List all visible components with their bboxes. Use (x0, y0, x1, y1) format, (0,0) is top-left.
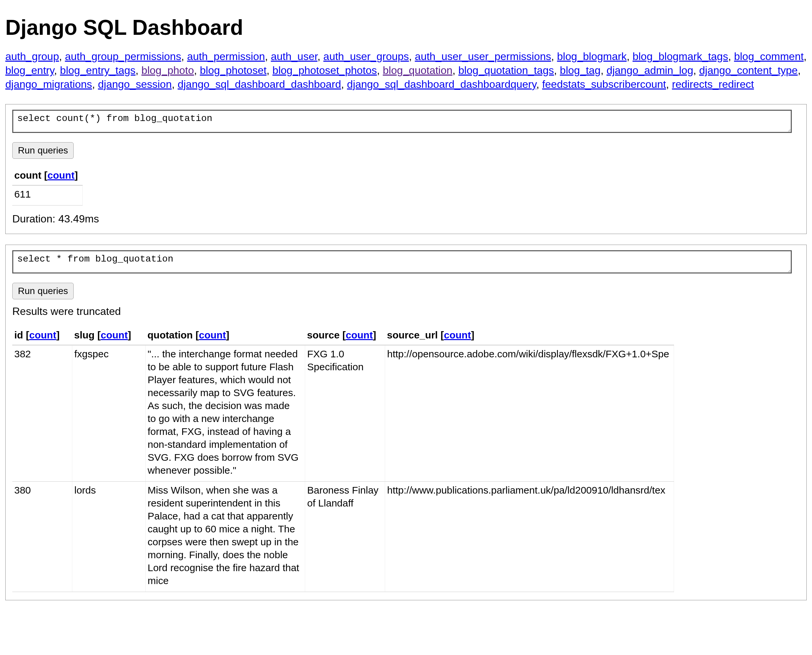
count-link[interactable]: count (29, 329, 56, 340)
count-link[interactable]: count (199, 329, 226, 340)
table-link-auth_group_permissions[interactable]: auth_group_permissions (65, 51, 181, 62)
query-panel-2: Run queries Results were truncated id [c… (5, 244, 807, 600)
table-link-auth_group[interactable]: auth_group (5, 51, 59, 62)
cell-count-value: 611 (12, 185, 83, 206)
column-header-source: source [count] (305, 326, 385, 345)
table-link-auth_user_user_permissions[interactable]: auth_user_user_permissions (415, 51, 551, 62)
table-link-blog_quotation[interactable]: blog_quotation (383, 64, 453, 76)
table-link-django_admin_log[interactable]: django_admin_log (606, 64, 693, 76)
table-link-auth_permission[interactable]: auth_permission (187, 51, 265, 62)
table-link-blog_entry[interactable]: blog_entry (5, 64, 54, 76)
table-row: 380 lords Miss Wilson, when she was a re… (12, 481, 674, 592)
table-link-auth_user_groups[interactable]: auth_user_groups (324, 51, 409, 62)
column-header-source-url: source_url [count] (385, 326, 674, 345)
count-link[interactable]: count (48, 170, 75, 181)
column-header-quotation: quotation [count] (146, 326, 305, 345)
query-panel-1: Run queries count [count] 611 Duration: … (5, 104, 807, 234)
cell-slug: lords (72, 481, 146, 592)
count-link[interactable]: count (444, 329, 471, 340)
table-row: 382 fxgspec "... the interchange format … (12, 345, 674, 482)
sql-input-1[interactable] (12, 110, 792, 133)
table-link-django_sql_dashboard_dashboard[interactable]: django_sql_dashboard_dashboard (177, 78, 341, 90)
table-link-django_session[interactable]: django_session (98, 78, 171, 90)
table-link-blog_blogmark_tags[interactable]: blog_blogmark_tags (633, 51, 728, 62)
duration-text: Duration: 43.49ms (12, 212, 800, 226)
column-header-id: id [count] (12, 326, 72, 345)
table-link-blog_photoset[interactable]: blog_photoset (200, 64, 267, 76)
table-link-redirects_redirect[interactable]: redirects_redirect (672, 78, 754, 90)
truncated-message: Results were truncated (12, 304, 800, 318)
cell-quotation: "... the interchange format needed to be… (146, 345, 305, 482)
table-link-blog_tag[interactable]: blog_tag (560, 64, 601, 76)
cell-source: Baroness Finlay of Llandaff (305, 481, 385, 592)
cell-quotation: Miss Wilson, when she was a resident sup… (146, 481, 305, 592)
table-link-django_migrations[interactable]: django_migrations (5, 78, 92, 90)
cell-source-url: http://opensource.adobe.com/wiki/display… (385, 345, 674, 482)
table-link-blog_comment[interactable]: blog_comment (734, 51, 804, 62)
table-link-blog_photo[interactable]: blog_photo (141, 64, 194, 76)
cell-source-url: http://www.publications.parliament.uk/pa… (385, 481, 674, 592)
table-link-django_content_type[interactable]: django_content_type (699, 64, 798, 76)
cell-slug: fxgspec (72, 345, 146, 482)
table-link-blog_entry_tags[interactable]: blog_entry_tags (60, 64, 136, 76)
count-link[interactable]: count (346, 329, 373, 340)
table-link-blog_quotation_tags[interactable]: blog_quotation_tags (458, 64, 554, 76)
cell-id: 382 (12, 345, 72, 482)
table-row: 611 (12, 185, 83, 206)
results-table-1: count [count] 611 (12, 167, 83, 206)
table-link-blog_photoset_photos[interactable]: blog_photoset_photos (272, 64, 377, 76)
sql-input-2[interactable] (12, 250, 792, 274)
table-link-feedstats_subscribercount[interactable]: feedstats_subscribercount (542, 78, 666, 90)
table-links-list: auth_group, auth_group_permissions, auth… (5, 50, 807, 91)
page-title: Django SQL Dashboard (5, 14, 807, 42)
count-link[interactable]: count (101, 329, 128, 340)
run-queries-button-2[interactable]: Run queries (12, 283, 74, 299)
table-link-auth_user[interactable]: auth_user (271, 51, 318, 62)
results-table-2: id [count] slug [count] quotation [count… (12, 326, 674, 592)
table-link-blog_blogmark[interactable]: blog_blogmark (557, 51, 627, 62)
table-link-django_sql_dashboard_dashboardquery[interactable]: django_sql_dashboard_dashboardquery (347, 78, 536, 90)
cell-id: 380 (12, 481, 72, 592)
run-queries-button-1[interactable]: Run queries (12, 142, 74, 159)
column-header-slug: slug [count] (72, 326, 146, 345)
cell-source: FXG 1.0 Specification (305, 345, 385, 482)
column-header-count: count [count] (12, 167, 83, 185)
